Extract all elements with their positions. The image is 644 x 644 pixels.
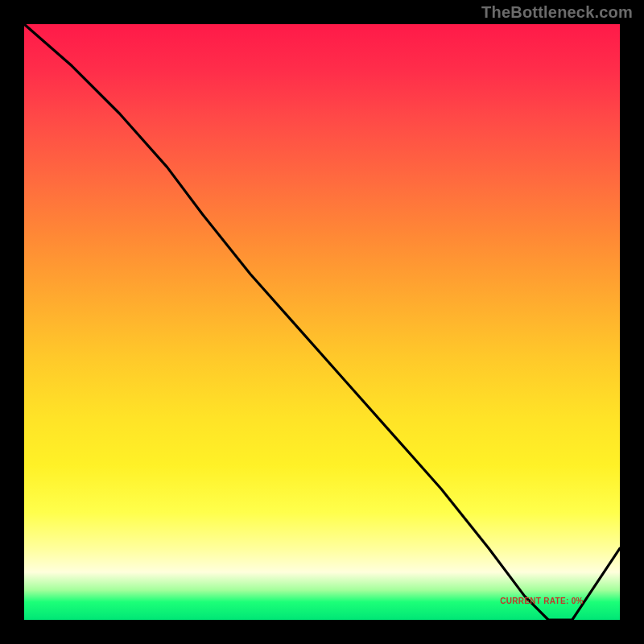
watermark-text: TheBottleneck.com <box>481 3 633 22</box>
chart-frame: TheBottleneck.com CURRENT RATE: 0% <box>0 0 644 644</box>
bottleneck-curve <box>24 24 620 620</box>
current-rate-annotation: CURRENT RATE: 0% <box>500 597 584 605</box>
plot-area: CURRENT RATE: 0% <box>24 24 620 620</box>
